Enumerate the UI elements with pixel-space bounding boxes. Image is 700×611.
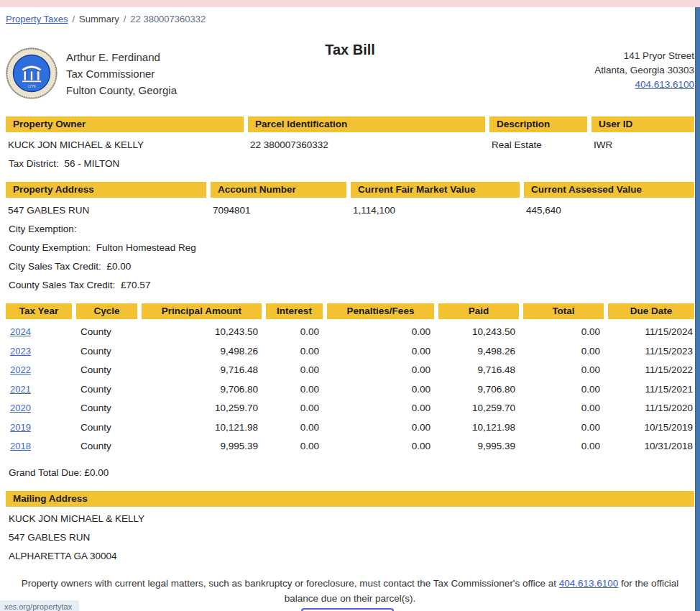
office-phone-link[interactable]: 404.613.6100: [635, 79, 694, 90]
commissioner-name: Arthur E. Ferdinand: [66, 49, 177, 65]
tax-year-link[interactable]: 2021: [6, 383, 72, 396]
paid-cell: 9,716.48: [438, 364, 519, 377]
breadcrumb-separator: /: [124, 14, 126, 24]
tax-table-row: 2021County9,706.800.000.009,706.800.0011…: [6, 380, 694, 400]
owner-section-value-row: KUCK JON MICHAEL & KELLY 22 380007360332…: [6, 132, 694, 152]
svg-text:1776: 1776: [27, 84, 35, 88]
principal-cell: 10,259.70: [142, 402, 262, 415]
column-header-paid: Paid: [438, 303, 519, 319]
property-address-value: 547 GABLES RUN: [6, 204, 206, 217]
parcel-identification-value: 22 380007360332: [248, 139, 485, 152]
city-exemption-line: City Exemption:: [9, 223, 694, 236]
paid-cell: 10,121.98: [438, 421, 519, 434]
column-header-total: Total: [523, 303, 604, 319]
total-cell: 0.00: [523, 383, 604, 396]
city-sales-tax-credit-value: £0.00: [107, 261, 132, 272]
column-header-current-fair-market-value: Current Fair Market Value: [351, 182, 520, 198]
principal-cell: 10,121.98: [142, 421, 262, 434]
column-header-user-id: User ID: [591, 116, 694, 132]
tax-district-line: Tax District: 56 - MILTON: [9, 157, 694, 170]
mailing-address-header: Mailing Address: [6, 491, 694, 507]
column-header-tax-year: Tax Year: [6, 303, 72, 319]
paid-cell: 10,259.70: [438, 402, 519, 415]
tax-table-row: 2022County9,716.480.000.009,716.480.0011…: [6, 361, 694, 380]
total-cell: 0.00: [523, 364, 604, 377]
column-header-principal-amount: Principal Amount: [142, 303, 262, 319]
paid-cell: 9,995.39: [438, 440, 519, 453]
cycle-cell: County: [76, 383, 137, 396]
tax-table-row: 2023County9,498.260.000.009,498.260.0011…: [6, 342, 694, 362]
total-cell: 0.00: [523, 440, 604, 453]
penalties-fees-cell: 0.00: [327, 440, 434, 453]
county-seal-icon: 1776: [6, 47, 57, 99]
tax-year-link[interactable]: 2018: [6, 440, 72, 453]
county-exemption-value: Fulton Homestead Reg: [96, 242, 196, 253]
penalties-fees-cell: 0.00: [327, 383, 434, 396]
tax-year-link[interactable]: 2022: [6, 364, 72, 377]
paid-cell: 9,498.26: [438, 345, 519, 358]
total-cell: 0.00: [523, 421, 604, 434]
due-date-cell: 10/15/2019: [608, 421, 694, 434]
interest-cell: 0.00: [266, 326, 323, 339]
interest-cell: 0.00: [266, 345, 323, 358]
penalties-fees-cell: 0.00: [327, 364, 434, 377]
breadcrumb-item-parcel: 22 380007360332: [130, 14, 206, 24]
breadcrumb-separator: /: [72, 14, 75, 24]
tax-table-row: 2024County10,243.500.000.0010,243.500.00…: [6, 323, 694, 342]
cycle-cell: County: [76, 345, 137, 358]
interest-cell: 0.00: [266, 421, 323, 434]
breadcrumb-item-summary: Summary: [79, 14, 119, 24]
breadcrumb-link-property-taxes[interactable]: Property Taxes: [6, 14, 68, 24]
interest-cell: 0.00: [266, 364, 323, 377]
description-value: Real Estate: [489, 139, 587, 152]
cycle-cell: County: [76, 440, 137, 453]
penalties-fees-cell: 0.00: [327, 326, 434, 339]
principal-cell: 9,995.39: [142, 440, 262, 453]
tax-year-link[interactable]: 2024: [6, 326, 72, 339]
paid-cell: 9,706.80: [438, 383, 519, 396]
penalties-fees-cell: 0.00: [327, 345, 434, 358]
principal-cell: 9,716.48: [142, 364, 262, 377]
penalties-fees-cell: 0.00: [327, 421, 434, 434]
principal-cell: 9,706.80: [142, 383, 262, 396]
current-fair-market-value: 1,114,100: [351, 204, 520, 217]
interest-cell: 0.00: [266, 402, 323, 415]
legal-notice-text-before: Property owners with current legal matte…: [22, 578, 559, 589]
due-date-cell: 11/15/2021: [608, 383, 694, 396]
column-header-parcel-identification: Parcel Identification: [248, 116, 485, 132]
column-header-penalties-fees: Penalties/Fees: [327, 303, 434, 319]
tax-table-row: 2020County10,259.700.000.0010,259.700.00…: [6, 399, 694, 418]
mailing-city: ALPHARETTA GA 30004: [9, 550, 694, 563]
commissioner-title: Tax Commissioner: [66, 65, 177, 82]
penalties-fees-cell: 0.00: [327, 402, 434, 415]
grand-total-value: £0.00: [85, 467, 109, 478]
hidden-action-button[interactable]: [301, 608, 394, 611]
tax-year-link[interactable]: 2023: [6, 345, 72, 358]
due-date-cell: 10/31/2018: [608, 440, 694, 453]
cycle-cell: County: [76, 326, 137, 339]
breadcrumb: Property Taxes/Summary/22 380007360332: [6, 7, 694, 24]
tax-year-link[interactable]: 2020: [6, 402, 72, 415]
legal-notice-phone-link[interactable]: 404.613.6100: [559, 578, 619, 589]
address-section-value-row: 547 GABLES RUN 7094801 1,114,100 445,640: [6, 198, 694, 217]
top-pink-bar: [0, 0, 700, 7]
grand-total-label: Grand Total Due:: [9, 467, 82, 478]
due-date-cell: 11/15/2022: [608, 364, 694, 377]
tax-table-row: 2018County9,995.390.000.009,995.390.0010…: [6, 437, 694, 456]
scrollbar[interactable]: [695, 7, 700, 611]
tax-year-link[interactable]: 2019: [6, 421, 72, 434]
office-street: 141 Pryor Street: [594, 49, 694, 63]
office-city: Atlanta, Georgia 30303: [594, 63, 694, 78]
property-owner-value: KUCK JON MICHAEL & KELLY: [6, 139, 244, 152]
office-address: 141 Pryor Street Atlanta, Georgia 30303 …: [594, 49, 694, 92]
address-section-header-row: Property Address Account Number Current …: [6, 182, 694, 198]
cycle-cell: County: [76, 364, 137, 377]
city-sales-tax-credit-line: City Sales Tax Credit: £0.00: [9, 260, 694, 273]
county-exemption-label: County Exemption:: [9, 242, 91, 253]
city-sales-tax-credit-label: City Sales Tax Credit:: [9, 261, 101, 272]
column-header-due-date: Due Date: [608, 303, 694, 319]
mailing-name: KUCK JON MICHAEL & KELLY: [9, 513, 694, 525]
county-exemption-line: County Exemption: Fulton Homestead Reg: [9, 242, 694, 254]
interest-cell: 0.00: [266, 383, 323, 396]
tax-table-row: 2019County10,121.980.000.0010,121.980.00…: [6, 418, 694, 438]
